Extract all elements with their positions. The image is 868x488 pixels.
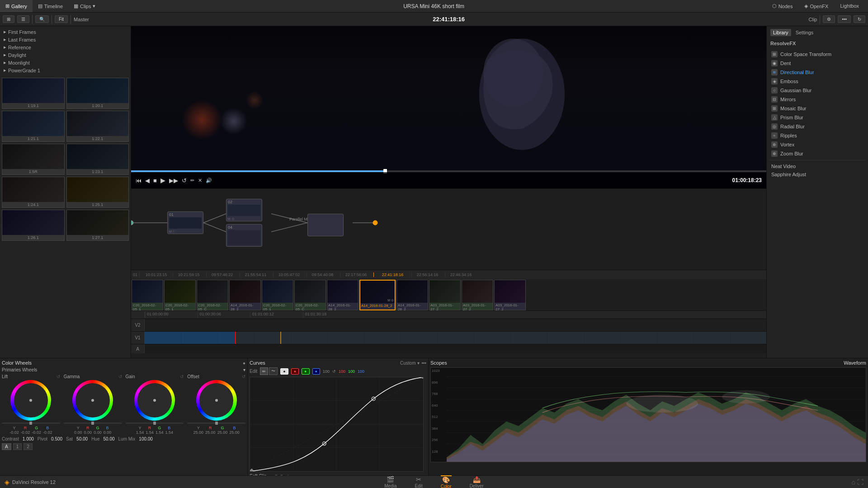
curves-canvas[interactable] bbox=[250, 377, 424, 472]
folder-daylight[interactable]: ▸ Daylight bbox=[2, 51, 129, 59]
channel-all-btn[interactable]: ● bbox=[280, 368, 288, 375]
mode-2-btn[interactable]: 2 bbox=[24, 443, 33, 450]
folder-reference[interactable]: ▸ Reference bbox=[2, 43, 129, 51]
fx-mosaic-blur[interactable]: ⊞ Mosaic Blur bbox=[769, 104, 866, 113]
gain-slider[interactable] bbox=[126, 422, 184, 424]
clip-thumb-3[interactable]: C20_2016-02-05_C bbox=[197, 280, 228, 310]
parallel-mixer-node[interactable] bbox=[307, 214, 344, 236]
node-02[interactable]: 02 M ⊙ bbox=[226, 199, 262, 221]
grid-btn[interactable]: ⊞ bbox=[3, 15, 14, 23]
node-01[interactable]: 01 M☉ bbox=[167, 211, 203, 234]
thumb-1[interactable]: 1:19.1 bbox=[2, 78, 65, 109]
clip-thumb-6[interactable]: C20_2016-02-05_C bbox=[294, 280, 326, 310]
gamma-slider[interactable] bbox=[64, 422, 122, 424]
fx-emboss[interactable]: ◈ Emboss bbox=[769, 77, 866, 86]
fx-dent[interactable]: ◉ Dent bbox=[769, 59, 866, 68]
nav-edit[interactable]: ✂ Edit bbox=[415, 476, 422, 488]
more-btn[interactable]: ••• bbox=[838, 15, 851, 23]
thumb-5[interactable]: 1:5R bbox=[2, 144, 65, 175]
refresh-btn[interactable]: ↻ bbox=[854, 15, 865, 23]
search-btn[interactable]: 🔍 bbox=[35, 15, 49, 23]
nav-media[interactable]: 🎬 Media bbox=[384, 476, 396, 488]
lift-reset-btn[interactable]: ↺ bbox=[57, 374, 60, 379]
fit-btn[interactable]: Fit bbox=[55, 15, 68, 23]
thumb-7[interactable]: 1:24.1 bbox=[2, 177, 65, 208]
fx-neat-video[interactable]: Neat Video bbox=[769, 162, 866, 170]
thumb-10[interactable]: 1:27.1 bbox=[66, 210, 129, 241]
play-btn[interactable]: ▶ bbox=[160, 177, 165, 184]
thumb-8[interactable]: 1:25.1 bbox=[66, 177, 129, 208]
thumb-3[interactable]: 1:21.1 bbox=[2, 111, 65, 142]
gain-ring[interactable] bbox=[134, 380, 175, 421]
nav-deliver[interactable]: 📤 Deliver bbox=[470, 476, 484, 488]
lift-slider[interactable] bbox=[2, 422, 60, 424]
tab-gallery[interactable]: ⊞ Gallery bbox=[0, 0, 33, 12]
fx-directional-blur[interactable]: ≋ Directional Blur bbox=[769, 68, 866, 77]
folder-first-frames[interactable]: ▸ First Frames bbox=[2, 28, 129, 36]
fx-zoom-blur[interactable]: ⊕ Zoom Blur bbox=[769, 149, 866, 158]
tab-nodes[interactable]: ⬡ Nodes bbox=[767, 3, 798, 9]
fx-color-space-transform[interactable]: ⊞ Color Space Transform bbox=[769, 50, 866, 59]
mark-btn[interactable]: ✕ bbox=[198, 178, 202, 183]
fx-radial-blur[interactable]: ◎ Radial Blur bbox=[769, 122, 866, 131]
offset-reset-btn[interactable]: ↺ bbox=[242, 374, 245, 379]
fx-sapphire-adjust[interactable]: Sapphire Adjust bbox=[769, 170, 866, 178]
tab-timeline[interactable]: ▤ Timeline bbox=[33, 0, 68, 12]
rf-tab-library[interactable]: Library bbox=[770, 29, 791, 36]
folder-powergrade1[interactable]: ▸ PowerGrade 1 bbox=[2, 66, 129, 74]
thumb-4[interactable]: 1:22.1 bbox=[66, 111, 129, 142]
tab-lightbox[interactable]: Lightbox bbox=[835, 3, 864, 9]
tab-openfx[interactable]: ◈ OpenFX bbox=[799, 3, 834, 9]
stop-btn[interactable]: ■ bbox=[153, 177, 157, 184]
gamma-ring[interactable] bbox=[72, 380, 113, 421]
settings-btn[interactable]: ⚙ bbox=[823, 15, 835, 23]
fx-gaussian-blur[interactable]: ○ Gaussian Blur bbox=[769, 86, 866, 95]
clip-thumb-9[interactable]: A14_2016-01-28_2 bbox=[396, 280, 428, 310]
fx-ripples[interactable]: ≈ Ripples bbox=[769, 131, 866, 140]
clip-thumb-7[interactable]: A14_2016-01-28_2 bbox=[327, 280, 359, 310]
list-btn[interactable]: ☰ bbox=[17, 15, 29, 23]
fx-vortex[interactable]: ⊛ Vortex bbox=[769, 140, 866, 149]
mode-1-btn[interactable]: 1 bbox=[13, 443, 22, 450]
skip-back-btn[interactable]: ⏮ bbox=[136, 177, 142, 184]
clip-thumb-4[interactable]: A14_2016-01-28_2 bbox=[229, 280, 261, 310]
tab-clips[interactable]: ▦ Clips ▾ bbox=[68, 0, 101, 12]
fx-prism-blur[interactable]: △ Prism Blur bbox=[769, 113, 866, 122]
curves-more-btn[interactable]: ••• bbox=[421, 361, 426, 366]
channel-all-reset[interactable]: ↺ bbox=[332, 369, 336, 374]
channel-green-btn[interactable]: ● bbox=[302, 368, 309, 375]
mode-a-btn[interactable]: A bbox=[2, 443, 11, 450]
audio-btn[interactable]: 🔊 bbox=[206, 178, 212, 183]
clip-thumb-5[interactable]: C20_2016-02-05_1 bbox=[262, 280, 293, 310]
curves-pen-btn[interactable]: ✏ bbox=[260, 367, 268, 375]
offset-slider[interactable] bbox=[187, 422, 245, 424]
clip-thumb-8-active[interactable]: M ⊙ A14_2016-01-28_2 bbox=[359, 280, 396, 310]
prev-frame-btn[interactable]: ◀ bbox=[145, 177, 150, 184]
curves-smooth-btn[interactable]: 〜 bbox=[269, 367, 278, 375]
folder-last-frames[interactable]: ▸ Last Frames bbox=[2, 36, 129, 43]
next-frame-btn[interactable]: ▶▶ bbox=[169, 177, 178, 184]
gain-reset-btn[interactable]: ↺ bbox=[180, 374, 184, 379]
channel-red-btn[interactable]: ● bbox=[291, 368, 299, 375]
loop-btn[interactable]: ↺ bbox=[182, 177, 187, 184]
clip-thumb-1[interactable]: C20_2016-02-05_1 bbox=[132, 280, 163, 310]
offset-ring[interactable] bbox=[196, 380, 237, 421]
node-04[interactable]: 04 bbox=[226, 224, 262, 247]
thumb-9[interactable]: 1:26.1 bbox=[2, 210, 65, 241]
clip-thumb-12[interactable]: A03_2016-01-27_2 bbox=[494, 280, 526, 310]
nav-color[interactable]: 🎨 Color bbox=[441, 475, 452, 488]
folder-moonlight[interactable]: ▸ Moonlight bbox=[2, 59, 129, 66]
clip-thumb-2[interactable]: C20_2016-02-05_1 bbox=[164, 280, 196, 310]
thumb-6[interactable]: 1:23.1 bbox=[66, 144, 129, 175]
fx-mirrors[interactable]: ⊟ Mirrors bbox=[769, 95, 866, 104]
fullscreen-btn[interactable]: ⛶ bbox=[857, 479, 863, 486]
lift-ring[interactable] bbox=[10, 380, 51, 421]
rf-tab-settings[interactable]: Settings bbox=[793, 29, 816, 36]
channel-blue-btn[interactable]: ● bbox=[312, 368, 320, 375]
home-btn[interactable]: ⌂ bbox=[852, 479, 855, 486]
clip-thumb-10[interactable]: A03_2016-01-27_2 bbox=[429, 280, 461, 310]
gamma-reset-btn[interactable]: ↺ bbox=[118, 374, 122, 379]
thumb-2[interactable]: 1:20.1 bbox=[66, 78, 129, 109]
pen-tool-btn[interactable]: ✏ bbox=[190, 178, 194, 183]
clip-thumb-11[interactable]: A03_2016-01-27_2 bbox=[462, 280, 493, 310]
